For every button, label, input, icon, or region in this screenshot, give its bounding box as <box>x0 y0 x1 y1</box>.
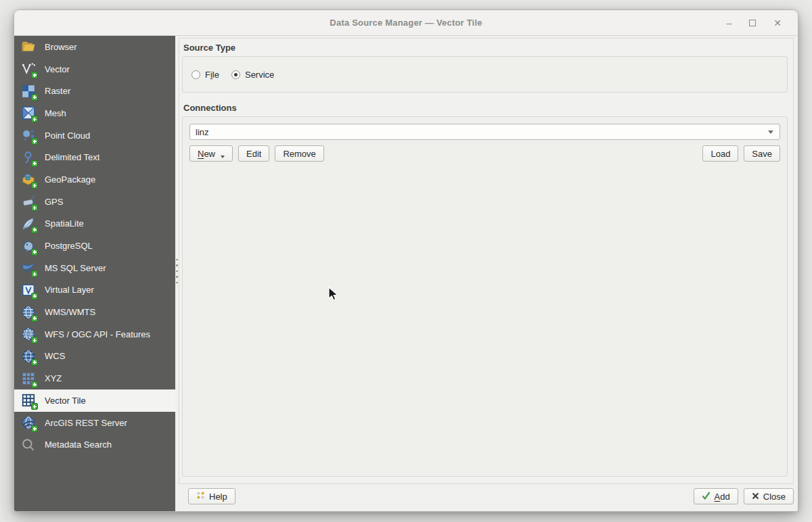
sidebar-item-virtual-layer[interactable]: Virtual Layer <box>14 279 175 302</box>
sidebar-item-label: Virtual Layer <box>45 285 94 295</box>
folder-icon <box>20 39 37 55</box>
sidebar-item-label: WCS <box>45 351 65 361</box>
spatialite-icon <box>20 216 37 232</box>
search-icon <box>20 437 37 453</box>
sidebar-item-label: Browser <box>45 42 77 52</box>
vector-tile-icon <box>20 392 37 408</box>
sidebar-item-wms-wmts[interactable]: WMS/WMTS <box>14 301 175 323</box>
new-connection-button[interactable]: New <box>189 145 233 162</box>
delimited-text-icon <box>20 149 37 166</box>
sidebar-splitter[interactable] <box>175 36 179 511</box>
sidebar-item-label: GeoPackage <box>45 174 95 185</box>
minimize-icon[interactable]: – <box>726 18 731 28</box>
mesh-icon <box>20 105 37 121</box>
source-type-heading: Source Type <box>183 43 788 53</box>
connection-selected-value: linz <box>196 127 209 137</box>
chevron-down-icon <box>768 130 773 134</box>
radio-file-label: File <box>205 70 219 80</box>
radio-file-circle <box>191 70 200 79</box>
source-type-sidebar: Browser Vector Raster <box>14 36 175 511</box>
sidebar-item-label: Mesh <box>45 108 66 118</box>
sidebar-item-mesh[interactable]: Mesh <box>14 102 175 124</box>
sidebar-item-wcs[interactable]: WCS <box>14 346 175 368</box>
radio-file[interactable]: File <box>191 70 219 80</box>
check-icon <box>702 492 710 502</box>
source-type-groupbox: File Service <box>182 56 788 93</box>
sidebar-item-browser[interactable]: Browser <box>14 36 175 58</box>
dialog-button-box: Help Add Close <box>179 484 794 511</box>
save-connections-button[interactable]: Save <box>744 145 780 162</box>
data-source-manager-window: Data Source Manager — Vector Tile – ✕ Br… <box>14 9 798 512</box>
sidebar-item-vector-tile[interactable]: Vector Tile <box>14 389 175 412</box>
help-button[interactable]: Help <box>188 488 235 504</box>
sidebar-item-vector[interactable]: Vector <box>14 58 175 80</box>
wms-icon <box>20 304 37 321</box>
gps-icon <box>20 193 37 210</box>
sidebar-item-postgresql[interactable]: PostgreSQL <box>14 235 175 257</box>
sidebar-item-gps[interactable]: GPS <box>14 191 175 213</box>
remove-connection-button[interactable]: Remove <box>275 145 323 162</box>
close-icon <box>752 492 759 502</box>
wfs-icon <box>20 326 37 342</box>
add-button[interactable]: Add <box>694 488 738 504</box>
xyz-icon <box>20 371 37 387</box>
window-controls: – ✕ <box>726 18 798 28</box>
sidebar-item-geopackage[interactable]: GeoPackage <box>14 168 175 191</box>
sidebar-item-label: Metadata Search <box>45 440 112 450</box>
sidebar-item-ms-sql-server[interactable]: MS SQL Server <box>14 257 175 279</box>
mssql-icon <box>20 260 37 276</box>
connections-heading: Connections <box>183 103 788 113</box>
postgresql-icon <box>20 238 37 254</box>
sidebar-item-metadata-search[interactable]: Metadata Search <box>14 433 175 456</box>
sidebar-item-raster[interactable]: Raster <box>14 80 175 102</box>
sidebar-item-xyz[interactable]: XYZ <box>14 367 175 389</box>
sidebar-item-label: Vector <box>45 64 70 74</box>
sidebar-item-label: Point Cloud <box>45 130 90 141</box>
edit-connection-button[interactable]: Edit <box>238 145 269 162</box>
maximize-icon[interactable] <box>749 20 756 26</box>
connection-select[interactable]: linz <box>189 124 780 140</box>
help-icon <box>196 491 205 502</box>
sidebar-item-label: ArcGIS REST Server <box>45 418 127 428</box>
sidebar-item-label: WFS / OGC API - Features <box>45 329 150 339</box>
sidebar-item-label: Vector Tile <box>45 396 86 406</box>
vector-tile-page: Source Type File Service Connections lin… <box>179 36 798 511</box>
window-title: Data Source Manager — Vector Tile <box>14 18 798 28</box>
sidebar-item-delimited-text[interactable]: Delimited Text <box>14 146 175 168</box>
connections-groupbox: linz New Edit Remove <box>182 116 788 477</box>
sidebar-item-label: Delimited Text <box>45 152 99 162</box>
sidebar-item-label: PostgreSQL <box>45 241 93 251</box>
geopackage-icon <box>20 171 37 187</box>
radio-service[interactable]: Service <box>231 70 274 80</box>
load-connections-button[interactable]: Load <box>702 145 738 162</box>
radio-service-label: Service <box>245 70 274 80</box>
sidebar-item-arcgis-rest-server[interactable]: ArcGIS REST Server <box>14 412 175 434</box>
sidebar-item-wfs-ogc-api-features[interactable]: WFS / OGC API - Features <box>14 323 175 346</box>
close-window-icon[interactable]: ✕ <box>773 18 782 28</box>
sidebar-item-label: XYZ <box>45 373 62 383</box>
wcs-icon <box>20 348 37 364</box>
titlebar: Data Source Manager — Vector Tile – ✕ <box>14 10 798 36</box>
radio-service-circle <box>231 70 240 79</box>
virtual-layer-icon <box>20 282 37 298</box>
point-cloud-icon <box>20 127 37 143</box>
sidebar-item-label: SpatiaLite <box>45 218 84 229</box>
splitter-handle-icon <box>176 259 178 284</box>
arcgis-icon <box>20 414 37 431</box>
sidebar-item-label: MS SQL Server <box>45 263 106 273</box>
sidebar-item-label: WMS/WMTS <box>45 307 95 317</box>
raster-icon <box>20 83 37 99</box>
sidebar-item-label: GPS <box>45 197 63 207</box>
sidebar-item-spatialite[interactable]: SpatiaLite <box>14 213 175 235</box>
sidebar-item-label: Raster <box>45 86 70 96</box>
vector-icon <box>20 61 37 77</box>
menu-indicator-icon <box>221 156 225 158</box>
content-panel: Source Type File Service Connections lin… <box>179 38 794 484</box>
close-button[interactable]: Close <box>744 488 794 504</box>
sidebar-item-point-cloud[interactable]: Point Cloud <box>14 124 175 147</box>
